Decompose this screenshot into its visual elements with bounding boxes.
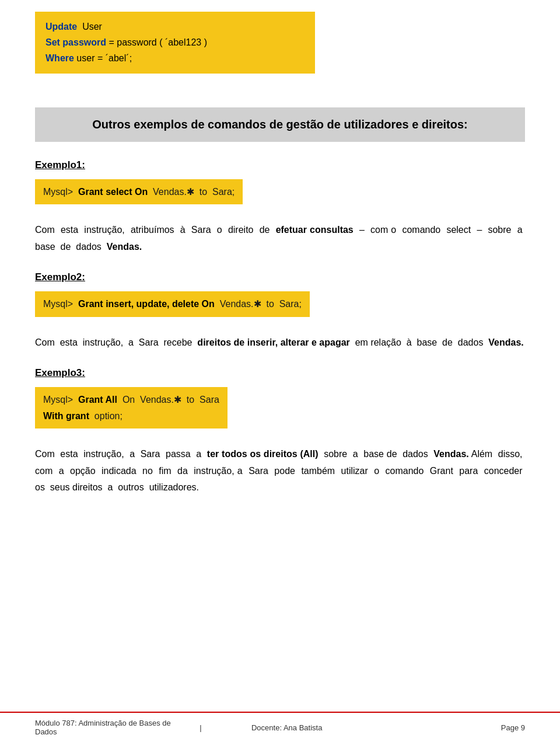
exemplo2-rest: Vendas.✱ to Sara; bbox=[215, 299, 302, 309]
footer-page: Page 9 bbox=[366, 723, 525, 732]
code-line-3: Where user = ´abel´; bbox=[46, 50, 304, 66]
exemplo2-description: Com esta instrução, a Sara recebe direit… bbox=[35, 335, 525, 351]
exemplo3-label: Exemplo3: bbox=[35, 367, 525, 379]
exemplo3-grant-all: Grant All bbox=[78, 395, 117, 405]
intro-code-block: Update User Set password = password ( ´a… bbox=[35, 12, 315, 74]
code-line-2: Set password = password ( ´abel123 ) bbox=[46, 34, 304, 50]
exemplo1-grant: Grant select On bbox=[78, 187, 148, 197]
exemplo3-code: Mysql> Grant All On Vendas.✱ to Sara Wit… bbox=[35, 387, 228, 428]
exemplo3-description: Com esta instrução, a Sara passa a ter t… bbox=[35, 446, 525, 496]
keyword-update: Update bbox=[46, 22, 77, 32]
exemplo3-with-grant: With grant bbox=[43, 411, 89, 421]
example-2-block: Exemplo2: Mysql> Grant insert, update, d… bbox=[35, 271, 525, 351]
exemplo3-line2: With grant option; bbox=[43, 408, 219, 424]
exemplo1-code: Mysql> Grant select On Vendas.✱ to Sara; bbox=[35, 179, 243, 204]
exemplo2-code: Mysql> Grant insert, update, delete On V… bbox=[35, 291, 310, 316]
exemplo3-option: option; bbox=[89, 411, 123, 421]
footer-teacher: Docente: Ana Batista bbox=[208, 723, 366, 732]
exemplo3-rest1: On Vendas.✱ to Sara bbox=[117, 395, 219, 405]
footer-module: Módulo 787: Administração de Bases de Da… bbox=[35, 719, 194, 736]
exemplo2-mysql-prompt: Mysql> bbox=[43, 299, 78, 309]
keyword-set: Set password bbox=[46, 37, 106, 47]
section-header: Outros exemplos de comandos de gestão de… bbox=[35, 107, 525, 142]
example-1-block: Exemplo1: Mysql> Grant select On Vendas.… bbox=[35, 159, 525, 256]
page-footer: Módulo 787: Administração de Bases de Da… bbox=[0, 712, 560, 742]
exemplo1-description: Com esta instrução, atribuímos à Sara o … bbox=[35, 222, 525, 256]
exemplo2-label: Exemplo2: bbox=[35, 271, 525, 283]
exemplo3-mysql-prompt: Mysql> bbox=[43, 395, 78, 405]
code-line-1: Update User bbox=[46, 19, 304, 34]
code-text-password: = password ( ´abel123 ) bbox=[108, 37, 207, 47]
example-3-block: Exemplo3: Mysql> Grant All On Vendas.✱ t… bbox=[35, 367, 525, 496]
keyword-where: Where bbox=[46, 53, 74, 63]
exemplo1-label: Exemplo1: bbox=[35, 159, 525, 171]
exemplo2-grant: Grant insert, update, delete On bbox=[78, 299, 215, 309]
footer-divider: | bbox=[200, 723, 201, 732]
code-text-user: User bbox=[82, 22, 102, 32]
exemplo1-mysql-prompt: Mysql> bbox=[43, 187, 78, 197]
code-text-where: user = ´abel´; bbox=[76, 53, 132, 63]
exemplo1-rest: Vendas.✱ to Sara; bbox=[148, 187, 235, 197]
exemplo3-line1: Mysql> Grant All On Vendas.✱ to Sara bbox=[43, 392, 219, 407]
